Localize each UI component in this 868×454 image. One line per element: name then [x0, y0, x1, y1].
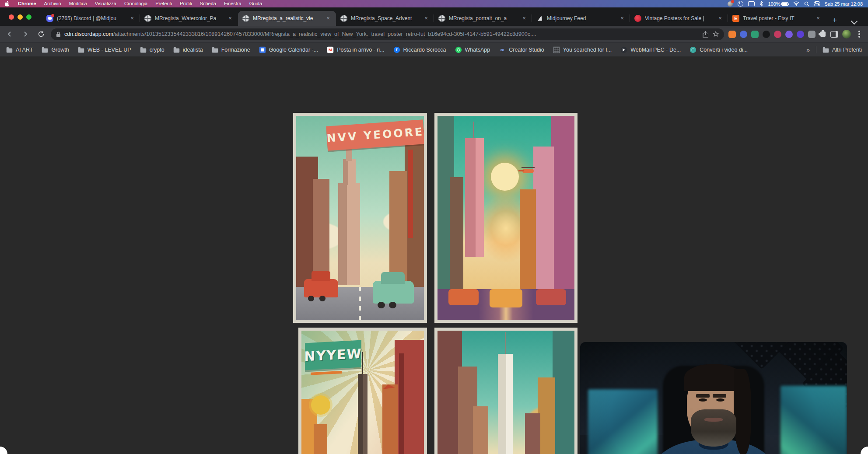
dark-circle-extension-icon[interactable] [763, 31, 770, 38]
gray-grid-extension-icon[interactable] [808, 31, 816, 38]
car [448, 289, 479, 305]
browser-toolbar: cdn.discordapp.com /attachments/10135123… [0, 26, 868, 42]
browser-tab-mrregista-space-advent[interactable]: MRregista_Space_Advent× [336, 11, 434, 26]
blue-swirl-extension-icon[interactable] [740, 31, 747, 38]
bookmark-idealista[interactable]: idealista [173, 47, 203, 53]
browser-tab-2765-discord-midjou[interactable]: (2765) Discord | @Midjou× [42, 11, 140, 26]
bookmark-converti-i-video-di[interactable]: Converti i video di... [690, 46, 748, 53]
red-vintage-car [304, 279, 339, 297]
battery-indicator[interactable]: 100% [768, 1, 788, 7]
menubar-item-scheda[interactable]: Scheda [196, 0, 220, 7]
bookmark-label: idealista [183, 47, 203, 53]
pink-key-extension-icon[interactable] [774, 31, 781, 38]
menubar-item-profili[interactable]: Profili [176, 0, 196, 7]
forward-button[interactable] [19, 28, 32, 40]
tab-close-icon[interactable]: × [815, 15, 822, 22]
bookmarks-overflow-chevron[interactable]: » [806, 46, 810, 53]
bookmark-google-calendar[interactable]: Google Calendar -... [259, 46, 318, 53]
metamask-extension-icon[interactable] [728, 31, 736, 38]
bookmark-whatsapp[interactable]: WhatsApp [455, 46, 490, 53]
bookmark-you-searched-for-i[interactable]: You searched for I... [553, 46, 612, 53]
updates-app-icon[interactable] [728, 1, 733, 7]
tab-close-icon[interactable]: × [521, 15, 528, 22]
side-panel-icon[interactable] [830, 31, 838, 38]
bookmark-webmail-pec-de[interactable]: WebMail PEC - De... [620, 46, 681, 53]
bookmark-riccardo-scrocca[interactable]: Riccardo Scrocca [393, 46, 446, 53]
tab-title: Vintage Posters for Sale | [645, 15, 713, 21]
menubar-item-guida[interactable]: Guida [245, 0, 266, 7]
new-tab-button[interactable]: + [830, 15, 840, 26]
menubar-item-list: ChromeArchivioModificaVisualizzaCronolog… [14, 0, 266, 7]
menubar-item-chrome[interactable]: Chrome [14, 0, 40, 7]
browser-tab-vintage-posters-for-sale[interactable]: Vintage Posters for Sale |× [630, 11, 728, 26]
minimize-window-button[interactable] [18, 14, 23, 20]
control-center-icon[interactable] [814, 1, 820, 6]
browser-tab-travel-poster-etsy-it[interactable]: Travel poster - Etsy IT× [728, 11, 826, 26]
spotlight-search-icon[interactable] [804, 1, 809, 7]
gmail-icon [327, 47, 333, 53]
tab-title: MRregista_Watercolor_Pa [155, 15, 223, 21]
extensions-puzzle-icon[interactable] [820, 31, 826, 37]
tab-close-icon[interactable]: × [129, 15, 136, 22]
menubar-item-preferiti[interactable]: Preferiti [151, 0, 176, 7]
browser-tab-mrregista-portrait-on-a[interactable]: MRregista_portrait_on_a× [434, 11, 532, 26]
folder-icon [140, 49, 146, 53]
empire-state-building [358, 374, 368, 454]
address-bar[interactable]: cdn.discordapp.com /attachments/10135123… [51, 28, 724, 40]
globe-favicon-icon [242, 15, 249, 22]
tab-search-chevron-icon[interactable] [851, 18, 858, 25]
close-window-button[interactable] [9, 14, 14, 20]
building [314, 424, 327, 454]
battery-percent: 100% [768, 1, 780, 7]
browser-tab-mrregista-watercolor-pa[interactable]: MRregista_Watercolor_Pa× [140, 11, 238, 26]
other-bookmarks-folder[interactable]: Altri Preferiti [822, 47, 862, 53]
purple-blob-extension-icon[interactable] [797, 31, 804, 38]
tab-title: (2765) Discord | @Midjou [57, 15, 125, 21]
menubar-item-archivio[interactable]: Archivio [40, 0, 65, 7]
bookmark-formazione[interactable]: Formazione [212, 47, 250, 53]
tab-close-icon[interactable]: × [423, 15, 430, 22]
bookmark-web-level-up[interactable]: WEB - LEVEL-UP [78, 47, 131, 53]
globe-favicon-icon [340, 15, 347, 22]
purple-circle-extension-icon[interactable] [785, 31, 793, 38]
browser-tab-mrregista-a-realistic-vie[interactable]: MRregista_a_realistic_vie× [238, 11, 336, 26]
menubar-item-finestra[interactable]: Finestra [220, 0, 245, 7]
bookmark-growth[interactable]: Growth [42, 47, 69, 53]
shield-app-icon[interactable] [738, 1, 743, 7]
chrome-menu-kebab-icon[interactable] [858, 33, 860, 35]
green-n-extension-icon[interactable] [751, 31, 759, 38]
bluetooth-icon[interactable] [760, 1, 763, 7]
midjourney-image-grid[interactable]: NVV YEOORE [293, 113, 578, 454]
apple-menu-icon[interactable] [4, 1, 14, 7]
bookmark-ai-art[interactable]: AI ART [6, 47, 33, 53]
share-icon[interactable] [703, 31, 708, 38]
bookmark-posta-in-arrivo-ri[interactable]: Posta in arrivo - ri... [327, 46, 384, 53]
bookmark-label: Growth [51, 47, 69, 53]
zoom-window-button[interactable] [26, 14, 32, 20]
wifi-icon[interactable] [793, 1, 799, 6]
bookmark-crypto[interactable]: crypto [140, 47, 164, 53]
poster-top-right-newyork-sunset [434, 113, 578, 323]
tab-close-icon[interactable]: × [717, 15, 724, 22]
poster-top-left-newyork-retro: NVV YEOORE [293, 113, 427, 323]
tab-close-icon[interactable]: × [227, 15, 234, 22]
reload-button[interactable] [35, 28, 47, 40]
menubar-item-modifica[interactable]: Modifica [65, 0, 91, 7]
vignette [580, 342, 847, 454]
bookmark-creator-studio[interactable]: Creator Studio [499, 46, 544, 53]
browser-tab-midjourney-feed[interactable]: Midjourney Feed× [532, 11, 630, 26]
menubar-clock[interactable]: Sab 25 mar 12:08 [825, 1, 863, 7]
menubar-item-visualizza[interactable]: Visualizza [91, 0, 120, 7]
tab-close-icon[interactable]: × [619, 15, 626, 22]
menubar-item-cronologia[interactable]: Cronologia [120, 0, 151, 7]
back-button[interactable] [4, 28, 16, 40]
tab-close-icon[interactable]: × [325, 15, 332, 22]
tab-title: MRregista_portrait_on_a [449, 15, 517, 21]
bookmark-star-icon[interactable] [713, 31, 719, 37]
extensions-area [728, 30, 868, 38]
building [395, 340, 424, 454]
building [473, 406, 488, 454]
profile-avatar[interactable] [842, 30, 851, 38]
display-icon[interactable] [748, 1, 755, 6]
gcal-icon [259, 47, 265, 53]
